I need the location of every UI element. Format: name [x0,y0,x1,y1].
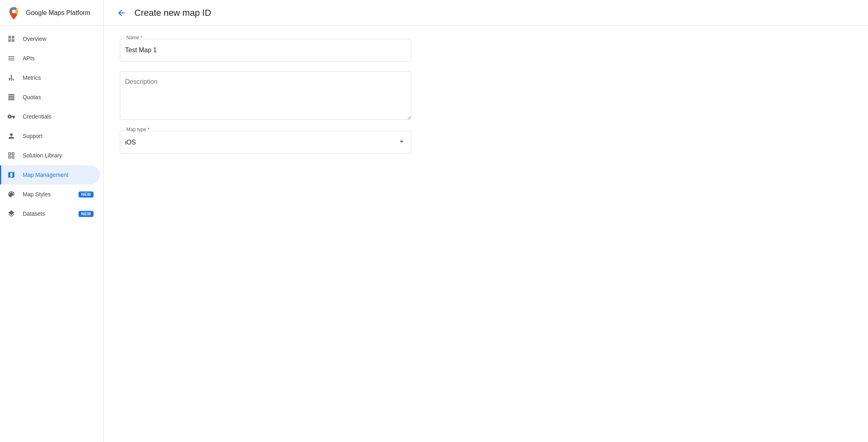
person-icon [6,131,16,141]
main-header: Create new map ID [104,0,868,26]
form-area: Name * Map type * JavaScript Android iOS [104,26,428,176]
solution-icon [6,151,16,160]
sidebar: Google Maps Platform Overview APIs [0,0,104,442]
map-type-select-wrapper: JavaScript Android iOS [120,131,411,153]
name-field-wrapper: Name * [120,39,411,62]
sidebar-label-support: Support [23,133,94,139]
name-label: Name * [125,35,144,40]
sidebar-label-metrics: Metrics [23,74,94,81]
sidebar-item-apis[interactable]: APIs [0,49,100,68]
sidebar-label-map-management: Map Management [23,172,94,178]
sidebar-label-solution-library: Solution Library [23,152,94,159]
sidebar-label-map-styles: Map Styles [23,191,75,198]
page-title: Create new map ID [134,8,211,18]
sidebar-item-datasets[interactable]: Datasets NEW [0,204,100,223]
bar-chart-icon [6,73,16,83]
sidebar-nav: Overview APIs Metrics [0,26,103,442]
sidebar-item-credentials[interactable]: Credentials [0,107,100,126]
description-input[interactable] [120,71,411,120]
sidebar-item-solution-library[interactable]: Solution Library [0,146,100,165]
datasets-badge: NEW [79,211,94,217]
sidebar-item-overview[interactable]: Overview [0,29,100,49]
map-icon [6,170,16,180]
map-type-select[interactable]: JavaScript Android iOS [120,131,411,153]
sidebar-item-support[interactable]: Support [0,126,100,146]
map-styles-badge: NEW [79,191,94,198]
list-icon [6,53,16,63]
sidebar-item-metrics[interactable]: Metrics [0,68,100,87]
name-input[interactable] [120,39,411,62]
google-maps-logo [6,6,21,20]
sidebar-header: Google Maps Platform [0,0,103,26]
map-type-label: Map type * [125,127,151,132]
table-icon [6,92,16,102]
back-button[interactable] [113,5,130,21]
back-arrow-icon [117,8,126,18]
sidebar-item-quotas[interactable]: Quotas [0,87,100,107]
sidebar-item-map-management[interactable]: Map Management [0,165,100,185]
sidebar-title: Google Maps Platform [26,9,90,17]
sidebar-label-datasets: Datasets [23,210,75,217]
sidebar-item-map-styles[interactable]: Map Styles NEW [0,185,100,204]
palette-icon [6,189,16,199]
sidebar-label-apis: APIs [23,55,94,62]
sidebar-label-quotas: Quotas [23,94,94,100]
key-icon [6,112,16,121]
map-type-field-wrapper: Map type * JavaScript Android iOS [120,131,411,153]
description-field-wrapper [120,71,411,121]
main-content: Create new map ID Name * Map type * Java… [104,0,868,442]
layers-icon [6,209,16,219]
sidebar-label-overview: Overview [23,36,94,42]
svg-point-0 [12,9,16,13]
grid-icon [6,34,16,44]
sidebar-label-credentials: Credentials [23,113,94,120]
